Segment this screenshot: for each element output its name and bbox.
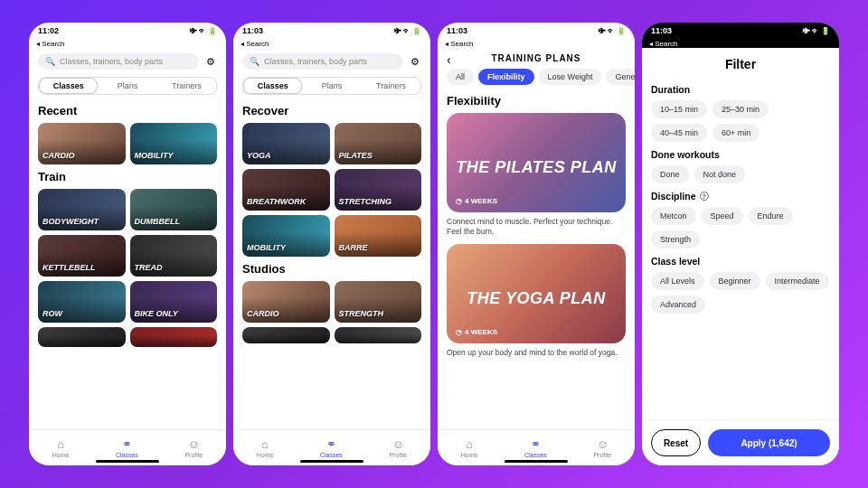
card-bike-only[interactable]: BIKE ONLY <box>130 281 218 323</box>
tab-home[interactable]: ⌂Home <box>461 437 478 458</box>
seg-trainers[interactable]: Trainers <box>157 78 216 94</box>
card-mobility[interactable]: MOBILITY <box>130 123 218 164</box>
segmented-control: Classes Plans Trainers <box>38 77 217 95</box>
chip-done[interactable]: Done <box>651 165 689 183</box>
card-partial[interactable] <box>242 327 330 343</box>
card-bodyweight[interactable]: BODYWEIGHT <box>38 189 126 230</box>
reset-button[interactable]: Reset <box>651 429 701 456</box>
tab-classes[interactable]: ⚭Classes <box>524 437 547 458</box>
card-kettlebell[interactable]: KETTLEBELL <box>38 235 126 277</box>
screen-classes-recent: 11:02 ✈ ᯤ 🔋 ◂ Search 🔍 Classes, trainers… <box>29 23 226 465</box>
home-icon: ⌂ <box>57 437 64 451</box>
classes-icon: ⚭ <box>122 437 132 451</box>
seg-plans[interactable]: Plans <box>302 78 361 94</box>
screen-classes-recover: 11:03 ✈ ᯤ 🔋 ◂ Search 🔍 Classes, trainers… <box>233 23 430 465</box>
tab-profile[interactable]: ☺Profile <box>184 437 203 458</box>
status-icons: ✈ ᯤ 🔋 <box>190 27 217 35</box>
search-icon: 🔍 <box>250 57 259 66</box>
filter-title: Filter <box>642 50 839 77</box>
card-tread[interactable]: TREAD <box>130 235 218 277</box>
search-icon: 🔍 <box>45 57 55 66</box>
home-indicator <box>505 460 568 463</box>
card-row[interactable]: ROW <box>38 281 126 323</box>
chip-flexibility[interactable]: Flexibility <box>478 69 534 85</box>
apply-button[interactable]: Apply (1,642) <box>708 429 830 456</box>
card-pilates[interactable]: PILATES <box>335 123 422 164</box>
chip-general[interactable]: General <box>606 69 635 85</box>
chip-advanced[interactable]: Advanced <box>651 296 705 314</box>
card-cardio[interactable]: CARDIO <box>38 123 126 164</box>
home-icon: ⌂ <box>261 437 269 451</box>
card-partial[interactable] <box>130 327 218 347</box>
status-time: 11:03 <box>242 26 263 35</box>
tab-classes[interactable]: ⚭Classes <box>320 437 343 458</box>
home-indicator <box>300 460 363 463</box>
info-icon[interactable]: ? <box>700 192 709 201</box>
status-bar: 11:03 ✈ ᯤ 🔋 <box>233 23 430 39</box>
filter-group-done: Done workouts <box>651 149 830 160</box>
filter-toggle-icon[interactable]: ⚙ <box>204 56 217 68</box>
chip-strength[interactable]: Strength <box>651 230 700 249</box>
search-input[interactable]: 🔍 Classes, trainers, body parts <box>242 53 403 70</box>
chip-metcon[interactable]: Metcon <box>651 207 696 225</box>
status-icons: ✈ ᯤ 🔋 <box>803 27 830 35</box>
chip-not-done[interactable]: Not done <box>694 165 746 183</box>
chip-10-15[interactable]: 10–15 min <box>651 100 707 118</box>
screen-training-plans: 11:03 ✈ ᯤ 🔋 ◂ Search ‹ TRAINING PLANS Al… <box>438 23 635 465</box>
filter-toggle-icon[interactable]: ⚙ <box>409 56 421 68</box>
seg-trainers[interactable]: Trainers <box>362 78 420 94</box>
tab-classes[interactable]: ⚭Classes <box>116 437 138 458</box>
card-cardio[interactable]: CARDIO <box>242 281 330 323</box>
segmented-control: Classes Plans Trainers <box>242 77 421 95</box>
card-partial[interactable] <box>38 327 126 347</box>
chip-intermediate[interactable]: Intermediate <box>766 272 829 290</box>
filter-group-discipline: Discipline ? <box>651 191 830 202</box>
card-mobility[interactable]: MOBILITY <box>242 215 330 257</box>
tab-profile[interactable]: ☺Profile <box>389 437 407 458</box>
home-icon: ⌂ <box>466 437 473 451</box>
card-strength[interactable]: STRENGTH <box>335 281 422 323</box>
chip-beginner[interactable]: Beginner <box>710 272 760 290</box>
tab-profile[interactable]: ☺Profile <box>593 437 611 458</box>
card-yoga[interactable]: YOGA <box>242 123 330 164</box>
search-placeholder: Classes, trainers, body parts <box>60 57 163 66</box>
status-icons: ✈ ᯤ 🔋 <box>394 27 421 35</box>
profile-icon: ☺ <box>597 437 609 451</box>
card-partial[interactable] <box>335 327 422 343</box>
breadcrumb-back[interactable]: ◂ Search <box>29 39 226 48</box>
section-recover: Recover <box>242 104 421 117</box>
status-bar: 11:03 ✈ ᯤ 🔋 <box>642 23 839 39</box>
plan-desc: Connect mind to muscle. Perfect your tec… <box>447 217 626 237</box>
breadcrumb-back[interactable]: ◂ Search <box>233 39 430 48</box>
seg-classes[interactable]: Classes <box>39 78 98 94</box>
chip-all-levels[interactable]: All Levels <box>651 272 704 290</box>
chip-speed[interactable]: Speed <box>702 207 743 225</box>
status-bar: 11:03 ✈ ᯤ 🔋 <box>438 23 635 39</box>
filter-group-level: Class level <box>651 256 830 267</box>
plan-card-yoga[interactable]: THE YOGA PLAN ◔4 WEEKS <box>447 244 626 343</box>
section-flexibility: Flexibility <box>447 94 626 108</box>
card-dumbbell[interactable]: DUMBBELL <box>130 189 218 230</box>
filter-tabs: All Flexibility Lose Weight General <box>438 65 635 90</box>
chip-endure[interactable]: Endure <box>749 207 793 225</box>
tab-home[interactable]: ⌂Home <box>52 437 70 458</box>
breadcrumb-back[interactable]: ◂ Search <box>642 39 839 48</box>
chip-60-plus[interactable]: 60+ min <box>712 124 760 142</box>
profile-icon: ☺ <box>188 437 200 451</box>
seg-classes[interactable]: Classes <box>243 78 302 94</box>
back-icon[interactable]: ‹ <box>447 52 452 67</box>
chip-lose-weight[interactable]: Lose Weight <box>539 69 602 85</box>
breadcrumb-back[interactable]: ◂ Search <box>438 39 635 48</box>
chip-all[interactable]: All <box>447 69 474 85</box>
plan-card-pilates[interactable]: THE PILATES PLAN ◔4 WEEKS <box>447 113 626 212</box>
chip-40-45[interactable]: 40–45 min <box>651 124 707 142</box>
card-barre[interactable]: BARRE <box>335 215 422 257</box>
card-stretching[interactable]: STRETCHING <box>335 169 422 211</box>
card-breathwork[interactable]: BREATHWORK <box>242 169 330 211</box>
seg-plans[interactable]: Plans <box>98 78 156 94</box>
tab-home[interactable]: ⌂Home <box>257 437 274 458</box>
search-input[interactable]: 🔍 Classes, trainers, body parts <box>38 53 199 70</box>
classes-icon: ⚭ <box>326 437 336 451</box>
clock-icon: ◔ <box>456 197 462 205</box>
chip-25-30[interactable]: 25–30 min <box>712 100 769 118</box>
